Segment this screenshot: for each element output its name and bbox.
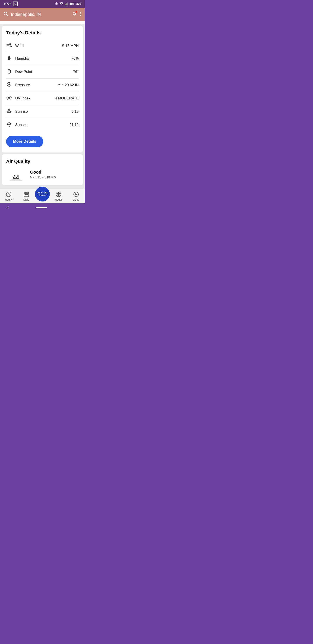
b-app-icon: B <box>13 2 18 6</box>
humidity-row: Humidity 76% <box>6 52 79 65</box>
radar-icon <box>55 191 61 197</box>
todays-details-card: Today's Details Wind S 15 MPH <box>2 26 83 152</box>
wifi-icon <box>59 2 63 6</box>
sunset-row: Sunset 21:12 <box>6 118 79 132</box>
sunset-value: 21:12 <box>69 123 79 127</box>
svg-point-24 <box>9 84 9 85</box>
dewpoint-value: 76° <box>73 70 79 74</box>
svg-line-41 <box>7 124 7 124</box>
header-actions <box>72 12 81 17</box>
notification-button[interactable] <box>72 12 77 17</box>
home-pill[interactable] <box>36 207 47 208</box>
sunrise-value: 6:15 <box>71 110 79 114</box>
pressure-label: Pressure <box>15 83 30 87</box>
scroll-area: Today's Details Wind S 15 MPH <box>0 21 85 189</box>
humidity-label: Humidity <box>15 56 29 61</box>
svg-point-0 <box>56 4 57 4</box>
svg-point-55 <box>58 194 59 195</box>
todays-details-title: Today's Details <box>6 30 79 36</box>
dewpoint-row: Dew Point 76° <box>6 65 79 78</box>
nav-hourly[interactable]: Hourly <box>0 191 17 201</box>
uvindex-icon <box>6 95 12 102</box>
nav-weather-channel[interactable]: The Weather Channel <box>35 187 50 202</box>
svg-line-11 <box>6 14 8 16</box>
uvindex-row: UV Index 4 MODERATE <box>6 92 79 105</box>
uvindex-value: 4 MODERATE <box>55 96 79 100</box>
bottom-navigation: Hourly Daily The Weather Channel Radar <box>0 189 85 203</box>
battery-icon <box>69 2 74 6</box>
svg-line-38 <box>11 112 11 112</box>
svg-rect-4 <box>66 4 66 5</box>
sunset-label: Sunset <box>15 123 27 127</box>
uvindex-label: UV Index <box>15 96 30 100</box>
pressure-icon <box>6 82 12 88</box>
svg-rect-52 <box>27 194 28 195</box>
nav-daily-label: Daily <box>23 198 29 201</box>
status-right-icons: 76% <box>55 2 81 6</box>
more-details-button[interactable]: More Details <box>6 136 43 147</box>
nav-center-label: The Weather Channel <box>35 192 50 196</box>
svg-rect-8 <box>74 4 74 4</box>
svg-point-16 <box>80 15 81 16</box>
wind-row: Wind S 15 MPH <box>6 40 79 52</box>
svg-rect-9 <box>70 3 73 4</box>
svg-point-1 <box>55 3 57 5</box>
pressure-value: ↑ 29.62 IN <box>58 83 79 87</box>
nav-video[interactable]: Video <box>67 191 85 201</box>
sunset-icon <box>6 122 12 128</box>
pressure-arrow-icon <box>58 84 60 86</box>
air-quality-title: Air Quality <box>6 158 79 164</box>
status-time: 11:26 <box>3 2 11 6</box>
svg-rect-5 <box>66 3 67 6</box>
air-quality-sublabel: Micro Dust / PM2.5 <box>30 176 79 179</box>
air-quality-number: 44 <box>13 174 19 181</box>
wind-icon <box>6 43 12 49</box>
sunrise-row: Sunrise 6:15 <box>6 105 79 118</box>
svg-marker-57 <box>75 193 78 196</box>
wind-label: Wind <box>15 44 24 48</box>
scroll-top-strip <box>0 21 85 24</box>
dewpoint-label: Dew Point <box>15 70 32 74</box>
air-quality-content: 44 Good Micro Dust / PM2.5 <box>6 168 79 181</box>
notification-dot <box>75 11 77 13</box>
air-quality-card: Air Quality 44 Good Micro Dust / PM2.5 <box>2 154 83 185</box>
svg-rect-6 <box>67 2 68 6</box>
app-header: Indianapolis, IN <box>0 8 85 21</box>
nav-radar[interactable]: Radar <box>50 191 67 201</box>
air-quality-gauge: 44 <box>6 168 26 181</box>
svg-rect-3 <box>65 4 65 6</box>
svg-point-26 <box>8 96 10 98</box>
sunrise-label: Sunrise <box>15 110 28 114</box>
svg-point-14 <box>80 12 81 13</box>
svg-point-15 <box>80 14 81 14</box>
search-icon[interactable] <box>3 12 8 18</box>
pressure-row: Pressure ↑ 29.62 IN <box>6 78 79 92</box>
more-icon <box>80 12 81 16</box>
svg-line-33 <box>10 96 11 96</box>
back-button[interactable]: < <box>6 206 9 210</box>
signal-icon <box>65 2 68 6</box>
nav-video-label: Video <box>73 198 79 201</box>
svg-rect-50 <box>25 194 26 195</box>
battery-percent: 76% <box>76 2 81 6</box>
video-icon <box>73 191 79 197</box>
system-bar: < <box>0 203 85 212</box>
nav-hourly-label: Hourly <box>5 198 12 201</box>
more-options-button[interactable] <box>80 12 81 17</box>
sunrise-icon <box>6 108 12 115</box>
wind-value: S 15 MPH <box>62 44 79 48</box>
header-location: Indianapolis, IN <box>11 12 69 17</box>
svg-line-31 <box>7 96 8 96</box>
humidity-icon <box>6 55 12 62</box>
svg-line-32 <box>10 99 11 100</box>
status-bar: 11:26 B 76% <box>0 0 85 8</box>
nav-daily[interactable]: Daily <box>17 191 35 201</box>
svg-line-37 <box>7 112 7 112</box>
air-quality-status: Good <box>30 170 79 175</box>
nav-radar-label: Radar <box>55 198 62 201</box>
svg-point-20 <box>9 70 11 71</box>
svg-line-42 <box>11 124 11 124</box>
humidity-value: 76% <box>71 56 79 61</box>
location-icon <box>55 2 58 6</box>
hourly-icon <box>6 191 12 197</box>
